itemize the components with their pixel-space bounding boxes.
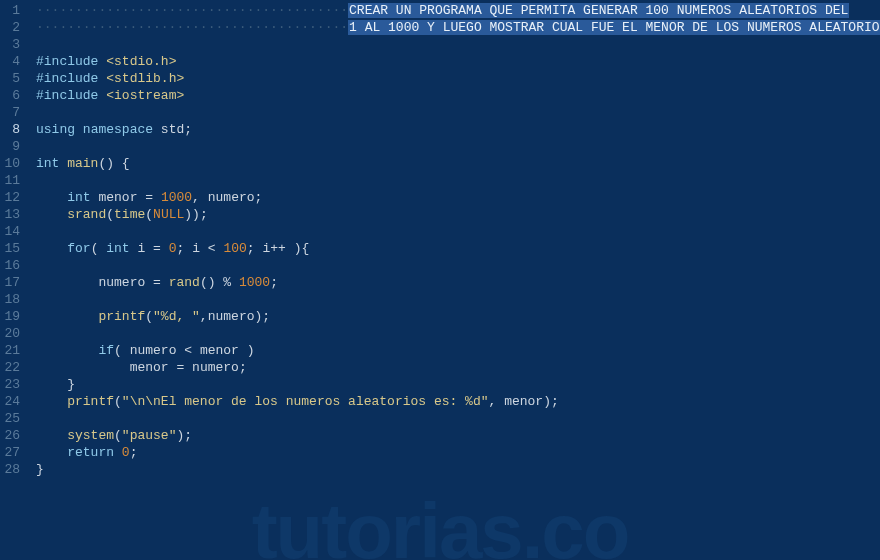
- line-number: 3: [4, 36, 20, 53]
- line-number: 10: [4, 155, 20, 172]
- selected-text: CREAR UN PROGRAMA QUE PERMITA GENERAR 10…: [348, 3, 849, 18]
- code-line: [36, 325, 880, 342]
- line-number: 23: [4, 376, 20, 393]
- line-number: 18: [4, 291, 20, 308]
- code-line: }: [36, 461, 880, 478]
- line-number: 2: [4, 19, 20, 36]
- code-editor[interactable]: 1234567891011121314151617181920212223242…: [0, 0, 880, 560]
- line-number: 8: [4, 121, 20, 138]
- line-number: 19: [4, 308, 20, 325]
- code-line: ········································…: [36, 2, 880, 19]
- line-number: 11: [4, 172, 20, 189]
- code-line: }: [36, 376, 880, 393]
- line-number: 17: [4, 274, 20, 291]
- line-number-gutter: 1234567891011121314151617181920212223242…: [0, 0, 28, 560]
- line-number: 14: [4, 223, 20, 240]
- line-number: 25: [4, 410, 20, 427]
- code-line: [36, 138, 880, 155]
- line-number: 28: [4, 461, 20, 478]
- code-line: [36, 104, 880, 121]
- code-line: menor = numero;: [36, 359, 880, 376]
- code-line: printf("%d, ",numero);: [36, 308, 880, 325]
- code-line: [36, 291, 880, 308]
- line-number: 7: [4, 104, 20, 121]
- line-number: 6: [4, 87, 20, 104]
- line-number: 20: [4, 325, 20, 342]
- line-number: 26: [4, 427, 20, 444]
- code-line: int main() {: [36, 155, 880, 172]
- line-number: 13: [4, 206, 20, 223]
- line-number: 9: [4, 138, 20, 155]
- line-number: 15: [4, 240, 20, 257]
- code-line: return 0;: [36, 444, 880, 461]
- line-number: 1: [4, 2, 20, 19]
- selected-text: 1 AL 1000 Y LUEGO MOSTRAR CUAL FUE EL ME…: [348, 20, 880, 35]
- code-area[interactable]: ········································…: [28, 0, 880, 560]
- code-line: using namespace std;: [36, 121, 880, 138]
- code-line: for( int i = 0; i < 100; i++ ){: [36, 240, 880, 257]
- line-number: 21: [4, 342, 20, 359]
- code-line: ········································…: [36, 19, 880, 36]
- code-line: [36, 410, 880, 427]
- code-line: srand(time(NULL));: [36, 206, 880, 223]
- line-number: 5: [4, 70, 20, 87]
- code-line: printf("\n\nEl menor de los numeros alea…: [36, 393, 880, 410]
- line-number: 24: [4, 393, 20, 410]
- line-number: 22: [4, 359, 20, 376]
- code-line: system("pause");: [36, 427, 880, 444]
- line-number: 12: [4, 189, 20, 206]
- code-line: [36, 223, 880, 240]
- code-line: #include <iostream>: [36, 87, 880, 104]
- code-line: #include <stdio.h>: [36, 53, 880, 70]
- code-line: [36, 172, 880, 189]
- code-line: numero = rand() % 1000;: [36, 274, 880, 291]
- code-line: #include <stdlib.h>: [36, 70, 880, 87]
- code-line: int menor = 1000, numero;: [36, 189, 880, 206]
- line-number: 4: [4, 53, 20, 70]
- code-line: [36, 36, 880, 53]
- line-number: 27: [4, 444, 20, 461]
- line-number: 16: [4, 257, 20, 274]
- code-line: [36, 257, 880, 274]
- code-line: if( numero < menor ): [36, 342, 880, 359]
